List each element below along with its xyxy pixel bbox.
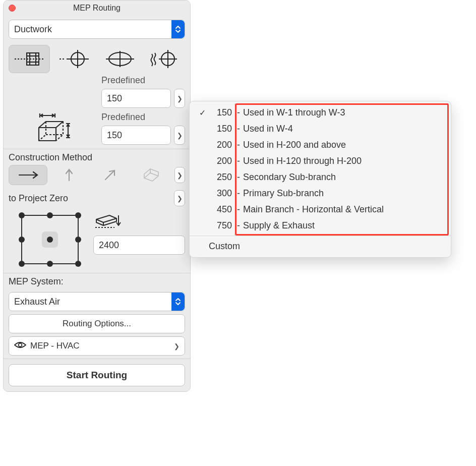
method-diagonal-button[interactable]: [91, 165, 130, 185]
dropdown-item-desc: Used in W-4: [243, 124, 445, 134]
anchor-point-grid[interactable]: [19, 212, 84, 268]
project-zero-label: to Project Zero: [9, 193, 171, 204]
close-window-button[interactable]: [9, 5, 16, 12]
dropdown-item-desc: Used in H-200 and above: [243, 140, 445, 150]
window-title: MEP Routing: [73, 4, 121, 13]
category-select-value: Ductwork: [14, 24, 171, 35]
construction-method-label: Construction Method: [4, 149, 190, 165]
category-select[interactable]: Ductwork: [9, 20, 185, 39]
elevation-reference-icon: [93, 212, 185, 231]
dropdown-item-desc: Supply & Exhaust: [243, 220, 445, 231]
dropdown-custom-label: Custom: [209, 241, 445, 252]
mep-routing-panel: MEP Routing Ductwork: [3, 0, 191, 392]
dropdown-item[interactable]: 150-Used in W-4: [190, 121, 451, 137]
size-width-input[interactable]: 150: [101, 89, 171, 108]
mep-view-label: MEP - HVAC: [30, 341, 170, 351]
check-icon: ✓: [196, 108, 209, 118]
size-width-mode-label: Predefined: [101, 75, 185, 86]
start-routing-label: Start Routing: [67, 370, 127, 381]
chevron-right-icon: ❯: [177, 132, 183, 139]
svg-line-20: [105, 171, 113, 180]
geometry-rect-button[interactable]: [9, 45, 50, 73]
size-3d-icon: [9, 75, 97, 145]
dropdown-item-desc: Used in W-1 through W-3: [243, 107, 445, 118]
dropdown-item-value: 200: [209, 156, 234, 166]
dropdown-item-value: 150: [209, 124, 234, 134]
geometry-oval-button[interactable]: [99, 45, 140, 73]
stepper-icon: [171, 293, 185, 311]
dropdown-item[interactable]: 250-Secondary Sub-branch: [190, 169, 451, 185]
dropdown-item-desc: Secondary Sub-branch: [243, 172, 445, 183]
dropdown-item-value: 250: [209, 172, 234, 183]
chevron-right-icon: ❯: [177, 195, 183, 202]
mep-system-select[interactable]: Exhaust Air: [9, 292, 185, 311]
dropdown-list: ✓150-Used in W-1 through W-3150-Used in …: [190, 104, 451, 234]
dropdown-item-value: 150: [209, 107, 234, 118]
dropdown-item[interactable]: 300-Primary Sub-branch: [190, 185, 451, 201]
dropdown-item-value: 750: [209, 220, 234, 231]
size-width-dropdown-button[interactable]: ❯: [174, 89, 185, 108]
size-preset-dropdown: ✓150-Used in W-1 through W-3150-Used in …: [189, 101, 451, 258]
method-vertical-button[interactable]: [49, 165, 88, 185]
chevron-right-icon: ❯: [177, 171, 183, 179]
geometry-circle-target-button[interactable]: [54, 45, 95, 73]
dropdown-item[interactable]: 200-Used in H-120 through H-200: [190, 153, 451, 169]
dropdown-item-desc: Main Branch - Horizontal & Vertical: [243, 204, 445, 215]
anchor-center-selected[interactable]: [42, 231, 58, 248]
dropdown-item-value: 450: [209, 204, 234, 215]
mep-view-button[interactable]: MEP - HVAC ❯: [9, 336, 185, 356]
geometry-flex-button[interactable]: [144, 45, 186, 73]
method-more-button[interactable]: ❯: [174, 167, 185, 183]
dropdown-separator: [190, 236, 451, 236]
start-routing-button[interactable]: Start Routing: [9, 364, 185, 386]
dropdown-item[interactable]: 750-Supply & Exhaust: [190, 217, 451, 234]
dropdown-item[interactable]: ✓150-Used in W-1 through W-3: [190, 104, 451, 121]
titlebar: MEP Routing: [4, 1, 190, 16]
size-height-mode-label: Predefined: [101, 112, 185, 123]
dropdown-item[interactable]: 450-Main Branch - Horizontal & Vertical: [190, 201, 451, 217]
dropdown-item-value: 200: [209, 140, 234, 150]
project-zero-dropdown-button[interactable]: ❯: [174, 190, 185, 206]
eye-icon: [14, 341, 26, 352]
dropdown-item-value: 300: [209, 188, 234, 199]
svg-point-23: [19, 343, 22, 346]
dropdown-item-custom[interactable]: Custom: [190, 238, 451, 254]
size-height-dropdown-button[interactable]: ❯: [174, 126, 185, 145]
method-horizontal-button[interactable]: [9, 165, 47, 185]
stepper-icon: [171, 20, 185, 38]
chevron-right-icon: ❯: [177, 95, 183, 102]
dropdown-item[interactable]: 200-Used in H-200 and above: [190, 137, 451, 153]
method-3d-button[interactable]: [132, 165, 170, 185]
routing-options-button[interactable]: Routing Options...: [9, 314, 185, 333]
dropdown-item-desc: Primary Sub-branch: [243, 188, 445, 199]
chevron-right-icon: ❯: [174, 342, 180, 350]
elevation-input[interactable]: 2400: [93, 236, 185, 255]
routing-options-label: Routing Options...: [63, 319, 131, 329]
size-height-input[interactable]: 150: [101, 126, 171, 145]
mep-system-select-value: Exhaust Air: [14, 297, 171, 307]
mep-system-label: MEP System:: [4, 273, 190, 289]
dropdown-item-desc: Used in H-120 through H-200: [243, 156, 445, 166]
